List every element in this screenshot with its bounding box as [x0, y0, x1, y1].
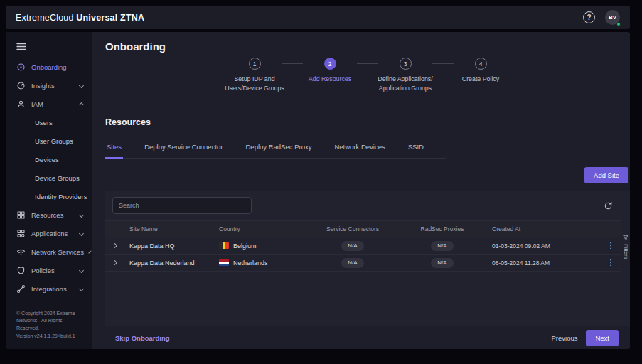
row-menu-icon[interactable]: ⋮ [601, 242, 621, 250]
sidebar-item-network-services[interactable]: Network Services [6, 242, 92, 261]
filters-toggle[interactable]: Filters [621, 191, 630, 326]
step-3[interactable]: 3 Define Applications/ Application Group… [373, 58, 438, 93]
search-input[interactable] [112, 197, 252, 214]
table-header-row: Site Name Country Service Connectors Rad… [105, 220, 621, 237]
sidebar-item-policies[interactable]: Policies [6, 261, 92, 279]
sidebar-item-label: Resources [31, 211, 63, 219]
table-row[interactable]: Kappa Data Nederland Netherlands N/A N/A… [105, 255, 621, 272]
na-badge: N/A [341, 241, 363, 251]
country-cell: Netherlands [213, 259, 307, 267]
column-header-country[interactable]: Country [213, 225, 307, 232]
sidebar: Onboarding Insights IAM Users User Group… [6, 32, 92, 349]
sub-item-label: Identity Providers [35, 193, 87, 200]
row-expand-icon[interactable] [105, 261, 124, 264]
chevron-down-icon [79, 267, 84, 272]
top-bar: ExtremeCloud Universal ZTNA ? BV [6, 6, 630, 29]
tab-deploy-radsec-proxy[interactable]: Deploy RadSec Proxy [244, 143, 313, 158]
chevron-down-icon [79, 212, 84, 217]
netherlands-flag-icon [219, 259, 229, 266]
next-button[interactable]: Next [586, 330, 619, 346]
sidebar-item-user-groups[interactable]: User Groups [6, 132, 92, 150]
brand-bold: Universal ZTNA [76, 13, 144, 23]
brand-regular: ExtremeCloud [16, 13, 74, 23]
online-status-dot [616, 22, 621, 26]
add-site-row: Add Site [105, 167, 628, 183]
sidebar-item-label: IAM [31, 100, 43, 108]
step-4-label: Create Policy [448, 75, 513, 84]
sidebar-item-applications[interactable]: Applications [6, 224, 92, 242]
wizard-footer: Skip Onboarding Previous Next [92, 326, 630, 349]
resources-icon [16, 210, 26, 220]
sidebar-item-iam[interactable]: IAM [6, 95, 92, 113]
insights-icon [16, 81, 26, 90]
page-title: Onboarding [105, 41, 166, 53]
sub-item-label: Device Groups [35, 174, 80, 182]
sites-table-panel: Site Name Country Service Connectors Rad… [105, 191, 630, 326]
tab-sites[interactable]: Sites [105, 143, 123, 159]
column-header-created-at[interactable]: Created At [486, 225, 601, 232]
table-row[interactable]: Kappa Data HQ Belgium N/A N/A 01-03-2024… [105, 237, 621, 255]
sidebar-item-label: Integrations [31, 285, 67, 293]
chevron-down-icon [88, 250, 91, 253]
sidebar-item-label: Onboarding [31, 63, 67, 71]
row-expand-icon[interactable] [105, 244, 124, 247]
add-site-button[interactable]: Add Site [584, 167, 628, 183]
sidebar-item-identity-providers[interactable]: Identity Providers [6, 187, 92, 205]
sidebar-nav: Onboarding Insights IAM Users User Group… [6, 58, 92, 304]
integrations-icon [16, 284, 26, 294]
help-icon[interactable]: ? [583, 11, 595, 23]
sidebar-footer: © Copyright 2024 Extreme Networks - All … [6, 304, 92, 349]
radsec-proxies-cell: N/A [431, 241, 453, 251]
chevron-up-icon [79, 102, 84, 107]
service-connectors-cell: N/A [341, 241, 363, 251]
previous-button[interactable]: Previous [551, 334, 577, 342]
row-menu-icon[interactable]: ⋮ [601, 259, 621, 267]
refresh-icon[interactable] [604, 200, 613, 213]
step-4[interactable]: 4 Create Policy [448, 58, 513, 84]
wizard-footer-actions: Previous Next [551, 330, 619, 346]
avatar[interactable]: BV [605, 10, 620, 25]
step-1[interactable]: 1 Setup IDP and Users/Device Groups [222, 58, 287, 93]
column-header-service-connectors[interactable]: Service Connectors [326, 225, 379, 232]
step-3-circle: 3 [400, 58, 412, 70]
belgium-flag-icon [219, 242, 229, 249]
sidebar-item-label: Applications [31, 230, 68, 237]
tab-network-devices[interactable]: Network Devices [333, 143, 386, 158]
na-badge: N/A [431, 241, 453, 251]
version-text: Version v24.1.1.29+build.1 [16, 333, 86, 341]
created-at-cell: 01-03-2024 09:02 AM [486, 242, 601, 250]
radsec-proxies-cell: N/A [431, 258, 453, 268]
skip-onboarding-link[interactable]: Skip Onboarding [115, 334, 170, 342]
copyright-text: © Copyright 2024 Extreme Networks - All … [16, 310, 86, 333]
filters-label: Filters [623, 244, 629, 259]
chevron-down-icon [79, 82, 84, 87]
site-name-cell: Kappa Data Nederland [124, 259, 213, 267]
na-badge: N/A [431, 258, 453, 268]
section-title-resources: Resources [105, 117, 630, 127]
sidebar-item-onboarding[interactable]: Onboarding [6, 58, 92, 76]
sub-item-label: Devices [35, 156, 59, 164]
sidebar-item-label: Network Services [31, 248, 84, 256]
avatar-initials: BV [609, 14, 616, 21]
network-services-icon [16, 247, 26, 257]
main-content: Onboarding 1 Setup IDP and Users/Device … [92, 32, 630, 349]
step-2-label: Add Resources [297, 75, 363, 84]
menu-icon[interactable] [6, 32, 92, 58]
tab-ssid[interactable]: SSID [407, 143, 425, 158]
sidebar-item-users[interactable]: Users [6, 113, 92, 132]
tab-deploy-service-connector[interactable]: Deploy Service Connector [143, 143, 224, 158]
app-shell: Onboarding Insights IAM Users User Group… [6, 32, 630, 349]
step-2[interactable]: 2 Add Resources [297, 58, 363, 84]
sidebar-item-resources[interactable]: Resources [6, 205, 92, 224]
sidebar-item-integrations[interactable]: Integrations [6, 279, 92, 298]
sidebar-item-devices[interactable]: Devices [6, 150, 92, 168]
onboarding-stepper: 1 Setup IDP and Users/Device Groups 2 Ad… [222, 32, 513, 93]
column-header-site-name[interactable]: Site Name [124, 225, 213, 232]
column-header-radsec-proxies[interactable]: RadSec Proxies [421, 225, 464, 232]
step-4-circle: 4 [475, 58, 487, 70]
sidebar-item-device-groups[interactable]: Device Groups [6, 168, 92, 187]
applications-icon [16, 229, 26, 238]
sidebar-item-insights[interactable]: Insights [6, 76, 92, 95]
sidebar-item-monitor[interactable]: Monitor [6, 298, 92, 304]
chevron-down-icon [79, 286, 84, 291]
